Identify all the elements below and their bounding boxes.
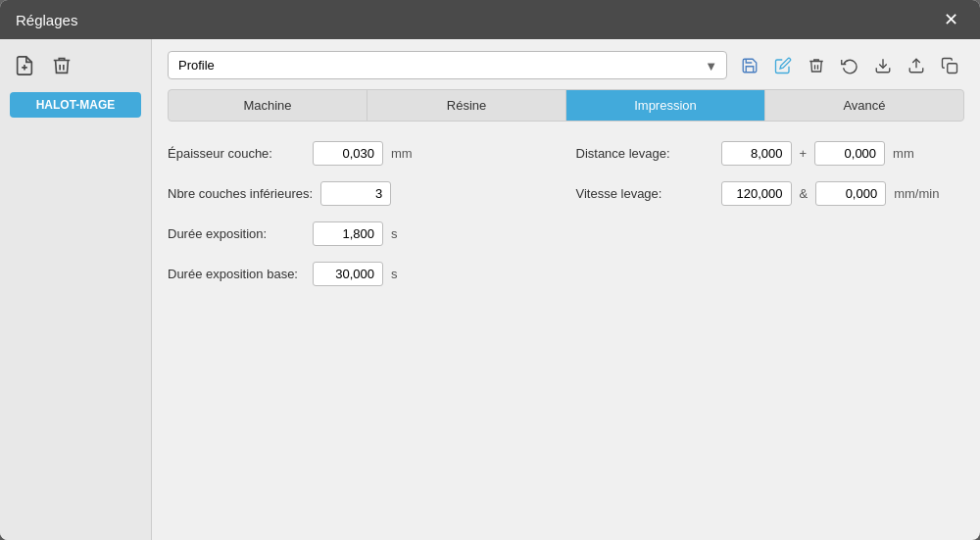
input-duree-base[interactable] (313, 262, 383, 286)
right-panel: Profile ▼ (152, 39, 980, 540)
refresh-icon (841, 57, 858, 74)
unit-duree-expo: s (391, 226, 398, 241)
profile-list-item[interactable]: HALOT-MAGE (10, 92, 141, 118)
input-vitesse-1[interactable] (721, 181, 792, 206)
form-row-duree-base: Durée exposition base: s (168, 262, 557, 286)
label-duree-base: Durée exposition base: (168, 267, 305, 281)
close-button[interactable]: ✕ (937, 6, 964, 33)
sidebar-delete-button[interactable] (47, 51, 76, 80)
dialog-title: Réglages (16, 12, 77, 28)
form-row-epaisseur: Épaisseur couche: mm (168, 141, 557, 166)
label-epaisseur: Épaisseur couche: (168, 146, 305, 161)
copy-button[interactable] (935, 53, 964, 78)
form-row-distance: Distance levage: + mm (576, 141, 965, 166)
input-distance-1[interactable] (721, 141, 792, 166)
tab-avance[interactable]: Avancé (765, 90, 963, 121)
sidebar-icons (10, 51, 141, 80)
profile-select[interactable]: Profile (168, 51, 727, 79)
svg-rect-4 (948, 63, 957, 73)
label-distance: Distance levage: (576, 146, 713, 161)
save-icon (741, 57, 759, 74)
dialog: Réglages ✕ (0, 0, 980, 540)
form-row-vitesse: Vitesse levage: & mm/min (576, 181, 965, 206)
label-duree-expo: Durée exposition: (168, 226, 305, 241)
unit-vitesse: mm/min (894, 186, 939, 201)
form-col-right: Distance levage: + mm Vitesse levage: & … (576, 141, 965, 528)
toolbar-icons (735, 53, 964, 78)
form-row-duree-expo: Durée exposition: s (168, 221, 557, 246)
new-file-button[interactable] (10, 51, 39, 80)
title-bar: Réglages ✕ (0, 0, 980, 39)
label-vitesse: Vitesse levage: (576, 186, 713, 201)
amp-separator: & (800, 186, 808, 201)
delete-profile-button[interactable] (802, 53, 831, 78)
tab-machine[interactable]: Machine (169, 90, 368, 121)
import-button[interactable] (868, 53, 898, 78)
copy-icon (941, 57, 958, 74)
profile-select-wrap: Profile ▼ (168, 51, 727, 79)
edit-profile-button[interactable] (768, 53, 798, 78)
trash-icon (51, 55, 73, 76)
sidebar: HALOT-MAGE (0, 39, 152, 540)
delete-icon (808, 57, 825, 74)
form-row-nbre: Nbre couches inférieures: (168, 181, 557, 206)
save-profile-button[interactable] (735, 53, 764, 78)
tab-impression[interactable]: Impression (566, 90, 765, 121)
unit-epaisseur: mm (391, 146, 413, 161)
tabs: Machine Résine Impression Avancé (168, 89, 964, 122)
export-button[interactable] (902, 53, 931, 78)
export-icon (907, 57, 925, 74)
form-col-left: Épaisseur couche: mm Nbre couches inféri… (168, 141, 557, 528)
input-nbre[interactable] (320, 181, 391, 206)
input-duree-expo[interactable] (313, 221, 383, 246)
main-content: HALOT-MAGE Profile ▼ (0, 39, 980, 540)
unit-distance: mm (893, 146, 914, 161)
tab-resine[interactable]: Résine (368, 90, 566, 121)
label-nbre: Nbre couches inférieures: (168, 186, 313, 201)
new-file-icon (14, 55, 35, 76)
edit-icon (774, 57, 792, 74)
refresh-button[interactable] (835, 53, 864, 78)
input-epaisseur[interactable] (313, 141, 383, 166)
profile-bar: Profile ▼ (168, 51, 964, 79)
form-area: Épaisseur couche: mm Nbre couches inféri… (168, 131, 964, 528)
plus-separator: + (800, 146, 808, 161)
input-vitesse-2[interactable] (815, 181, 886, 206)
unit-duree-base: s (391, 267, 398, 281)
import-icon (874, 57, 892, 74)
input-distance-2[interactable] (814, 141, 885, 166)
